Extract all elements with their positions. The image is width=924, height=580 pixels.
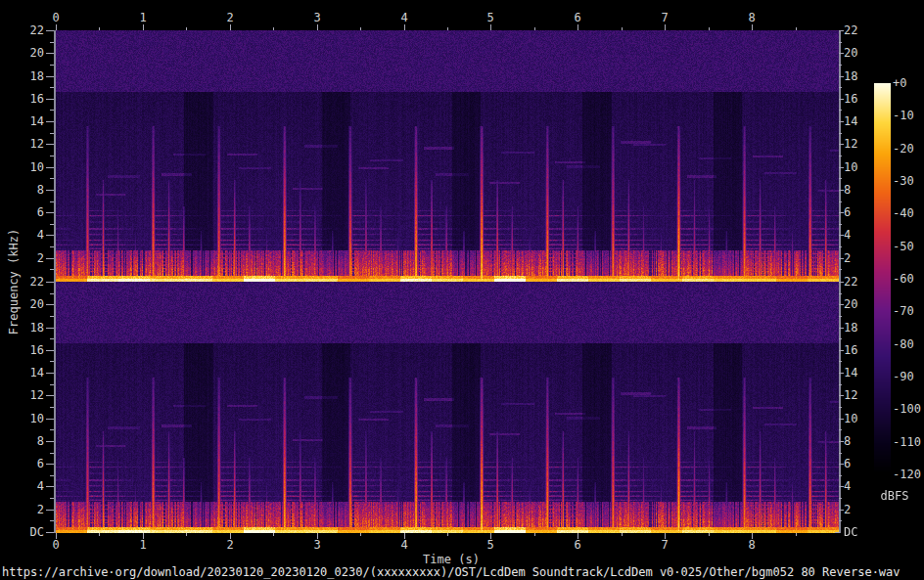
freq-minor-tick-left	[50, 87, 54, 88]
freq-major-tick-left	[46, 532, 54, 533]
time-minor-tick-bottom	[534, 533, 535, 536]
time-tick-label-top: 6	[574, 12, 580, 24]
freq-tick-label-left: 16	[0, 93, 44, 106]
freq-tick-label-right: 14	[844, 367, 857, 379]
freq-minor-tick-left	[50, 475, 54, 476]
freq-tick-label-left: 16	[0, 344, 44, 357]
freq-minor-tick-right	[839, 498, 842, 499]
time-minor-tick-top	[186, 27, 187, 30]
time-tick-label-bottom: 1	[139, 539, 146, 552]
freq-tick-label-left: 12	[0, 138, 44, 151]
freq-minor-tick-left	[50, 42, 54, 43]
freq-minor-tick-right	[839, 316, 842, 317]
freq-minor-tick-left	[50, 293, 54, 294]
colorbar-tick-label: -100	[893, 403, 921, 416]
time-tick-label-bottom: 7	[661, 539, 668, 552]
time-minor-tick-bottom	[447, 533, 448, 536]
freq-tick-label-right: 18	[844, 322, 857, 335]
freq-major-tick-left	[46, 235, 54, 236]
time-minor-tick-top	[796, 27, 797, 30]
colorbar-tick-label: -10	[893, 110, 914, 122]
freq-tick-label-left: 4	[0, 480, 44, 493]
time-major-tick-top	[578, 24, 578, 30]
colorbar-tick-label: -30	[893, 175, 914, 188]
time-minor-tick-top	[360, 27, 361, 30]
freq-tick-label-right: 16	[844, 344, 857, 357]
freq-minor-tick-right	[839, 269, 842, 270]
freq-tick-label-left: 18	[0, 70, 44, 83]
freq-minor-tick-left	[50, 407, 54, 408]
time-major-tick-top	[665, 24, 666, 30]
freq-minor-tick-left	[50, 224, 54, 225]
freq-tick-label-left: 10	[0, 161, 44, 174]
freq-tick-label-right: 10	[844, 413, 857, 425]
time-minor-tick-bottom	[273, 533, 274, 536]
spectrogram-screen: 0011223344556677882222202018181616141412…	[0, 0, 924, 580]
freq-major-tick-left	[46, 282, 54, 283]
freq-tick-label-right: 12	[844, 138, 857, 151]
freq-major-tick-left	[46, 464, 54, 465]
time-tick-label-top: 2	[226, 12, 233, 24]
time-tick-label-bottom: 4	[400, 539, 407, 552]
freq-major-tick-left	[46, 144, 54, 145]
colorbar-tick-label: -120	[893, 468, 921, 481]
colorbar-tick-label: -40	[893, 207, 914, 220]
freq-minor-tick-left	[50, 453, 54, 454]
time-minor-tick-bottom	[99, 533, 100, 536]
time-tick-label-top: 1	[139, 12, 146, 24]
spectrogram-canvas	[56, 30, 839, 533]
time-major-tick-top	[490, 24, 491, 30]
freq-tick-label-right: 4	[844, 480, 851, 493]
time-tick-label-bottom: 5	[486, 539, 493, 552]
freq-tick-label-left: 6	[0, 206, 44, 219]
freq-tick-label-left: 20	[0, 47, 44, 60]
time-major-tick-top	[317, 24, 318, 30]
freq-tick-label-right: 16	[844, 93, 857, 106]
freq-major-tick-left	[46, 350, 54, 351]
freq-minor-tick-left	[50, 429, 54, 430]
freq-minor-tick-right	[839, 42, 842, 43]
freq-tick-label-right: 14	[844, 115, 857, 128]
freq-tick-label-left: 8	[0, 184, 44, 197]
freq-minor-tick-right	[839, 453, 842, 454]
freq-dc-label-left: DC	[0, 526, 44, 539]
time-tick-label-bottom: 2	[226, 539, 233, 552]
source-url-text: https://archive·org/download/20230120_20…	[2, 566, 901, 579]
freq-minor-tick-right	[839, 429, 842, 430]
freq-tick-label-left: 14	[0, 115, 44, 128]
freq-minor-tick-left	[50, 110, 54, 111]
freq-tick-label-left: 2	[0, 504, 44, 516]
freq-major-tick-left	[46, 30, 54, 31]
freq-major-tick-left	[46, 53, 54, 54]
freq-major-tick-right	[835, 532, 840, 533]
freq-minor-tick-left	[50, 201, 54, 202]
freq-tick-label-right: 22	[844, 24, 857, 37]
freq-tick-label-right: 20	[844, 47, 857, 60]
time-tick-label-bottom: 8	[748, 539, 755, 552]
freq-tick-label-left: 14	[0, 367, 44, 379]
freq-major-tick-left	[46, 190, 54, 191]
freq-tick-label-right: 4	[844, 229, 851, 242]
freq-major-tick-left	[46, 510, 54, 511]
time-minor-tick-bottom	[622, 533, 623, 536]
frequency-axis-title: Frequency (kHz)	[8, 229, 21, 335]
time-minor-tick-bottom	[186, 533, 187, 536]
time-tick-label-top: 4	[400, 12, 407, 24]
time-minor-tick-bottom	[360, 533, 361, 536]
freq-minor-tick-right	[839, 246, 842, 247]
freq-minor-tick-right	[839, 201, 842, 202]
freq-minor-tick-right	[839, 475, 842, 476]
freq-major-tick-left	[46, 373, 54, 374]
freq-tick-label-left: 6	[0, 458, 44, 470]
freq-major-tick-left	[46, 121, 54, 122]
freq-minor-tick-right	[839, 384, 842, 385]
freq-major-tick-left	[46, 99, 54, 100]
time-major-tick-top	[56, 24, 57, 30]
colorbar-tick-label: -60	[893, 273, 914, 286]
freq-minor-tick-right	[839, 110, 842, 111]
freq-tick-label-left: 22	[0, 24, 44, 37]
freq-major-tick-left	[46, 419, 54, 420]
time-tick-label-top: 5	[486, 12, 493, 24]
freq-minor-tick-right	[839, 338, 842, 339]
colorbar-unit-label: dBFS	[881, 490, 909, 503]
